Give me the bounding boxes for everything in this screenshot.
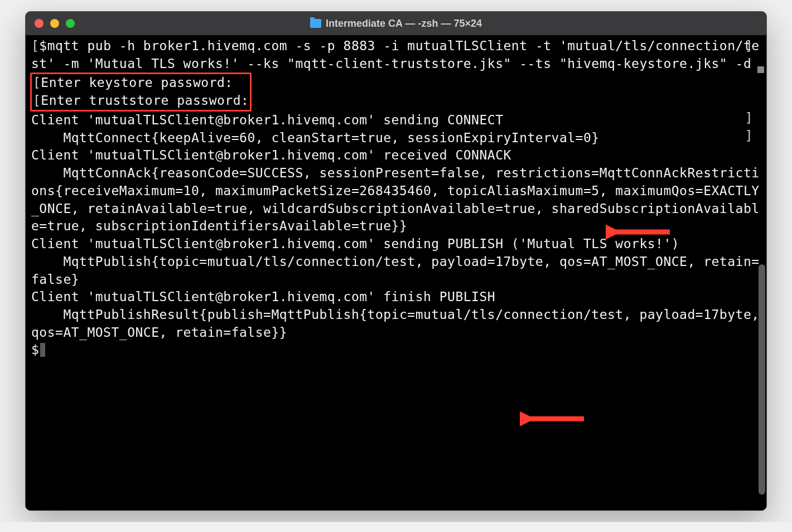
minimize-button[interactable] [50, 19, 59, 28]
bracket-close: ] [745, 37, 753, 55]
bracket-open: [ [31, 38, 39, 53]
folder-icon [310, 19, 321, 28]
password-prompts-highlight: [Enter keystore password: [Enter trustst… [30, 72, 252, 111]
titlebar: Intermediate CA — -zsh — 75×24 [26, 12, 766, 35]
close-button[interactable] [35, 19, 44, 28]
truststore-prompt: Enter truststore password: [41, 93, 249, 108]
output-mqttconnect: MqttConnect{keepAlive=60, cleanStart=tru… [31, 129, 761, 147]
scrollbar-thumb[interactable] [759, 264, 765, 495]
annotation-arrow-publish [520, 374, 587, 394]
keystore-prompt: Enter keystore password: [41, 75, 233, 90]
output-publish: Client 'mutualTLSClient@broker1.hivemq.c… [31, 235, 761, 253]
bracket-close-2: ] [745, 109, 753, 127]
output-connack: Client 'mutualTLSClient@broker1.hivemq.c… [31, 147, 761, 165]
output-finish: Client 'mutualTLSClient@broker1.hivemq.c… [31, 288, 761, 306]
title-text: Intermediate CA — -zsh — 75×24 [326, 18, 482, 30]
scrollbar-top-marker [757, 66, 764, 73]
prompt: $ [31, 342, 39, 357]
output-connect: Client 'mutualTLSClient@broker1.hivemq.c… [31, 112, 761, 129]
window-controls [35, 19, 75, 28]
terminal-content[interactable]: [$mqtt pub -h broker1.hivemq.com -s -p 8… [26, 35, 766, 510]
window-title: Intermediate CA — -zsh — 75×24 [35, 18, 757, 30]
bracket-close-3: ] [745, 127, 753, 145]
terminal-window: Intermediate CA — -zsh — 75×24 [$mqtt pu… [25, 11, 767, 511]
output-mqttpublish: MqttPublish{topic=mutual/tls/connection/… [31, 253, 761, 288]
output-mqttconnack: MqttConnAck{reasonCode=SUCCESS, sessionP… [31, 165, 761, 235]
command-line: $mqtt pub -h broker1.hivemq.com -s -p 88… [31, 38, 760, 71]
scrollbar[interactable] [757, 63, 765, 482]
maximize-button[interactable] [66, 19, 75, 28]
cursor [40, 343, 45, 357]
output-publishresult: MqttPublishResult{publish=MqttPublish{to… [31, 306, 761, 341]
